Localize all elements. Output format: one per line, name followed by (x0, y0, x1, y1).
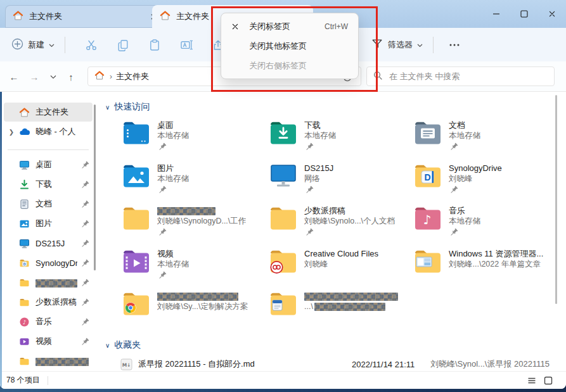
filter-button[interactable]: 筛选器 (371, 37, 423, 52)
sidebar-item-晓峰 - 个人[interactable]: ❯晓峰 - 个人 (4, 122, 93, 141)
rename-button[interactable] (170, 34, 202, 56)
quick-access-tile-censored-6[interactable]: 刘晓峰\SynologyD...\工作 (122, 205, 269, 248)
tile-path: 本地存储 (304, 130, 336, 141)
menu-item-0[interactable]: 关闭标签页Ctrl+W (221, 16, 358, 36)
menu-item-1[interactable]: 关闭其他标签页 (221, 36, 358, 56)
recent-locations-chevron[interactable] (46, 69, 61, 84)
pin-icon (449, 227, 480, 237)
quick-access-tile-下载[interactable]: 下载本地存储 (269, 119, 413, 162)
sidebar-item-censored[interactable] (4, 273, 93, 292)
breadcrumb: 主文件夹 (116, 71, 149, 82)
sidebar-item-音乐[interactable]: ♪音乐 (4, 312, 93, 331)
sidebar-item-label: 音乐 (35, 316, 77, 327)
quick-access-tile-Windows 11 资源管理器...[interactable]: Windows 11 资源管理器...刘晓峰...\2022 年单篇文章 (413, 248, 548, 291)
forward-button[interactable]: → (27, 69, 42, 84)
folder-documents-icon (413, 119, 442, 148)
sidebar-item-桌面[interactable]: 桌面 (4, 155, 93, 174)
sidebar-item-label: 下载 (35, 179, 77, 190)
toolbar-divider (65, 37, 65, 53)
network-icon (19, 238, 30, 249)
sidebar-item-视频[interactable]: 视频 (4, 332, 93, 351)
folder-music-icon: ♪ (413, 205, 442, 234)
pin-icon (449, 142, 480, 151)
pin-icon (157, 185, 189, 194)
tile-name: 音乐 (449, 205, 480, 216)
window-left-edge (0, 92, 2, 389)
sidebar-item-label: 少数派撰稿 (35, 296, 77, 308)
menu-shortcut: Ctrl+W (325, 22, 348, 31)
paste-button[interactable] (139, 34, 170, 56)
close-button[interactable] (538, 0, 566, 28)
svg-text:D: D (424, 172, 430, 182)
sidebar-item-censored[interactable] (4, 351, 93, 370)
sidebar-item-label (35, 277, 77, 287)
maximize-button[interactable] (510, 0, 538, 28)
file-path: 刘晓峰\Synol...\派早报 20221115 (430, 358, 550, 370)
quick-access-tile-censored-13[interactable]: ...\ (269, 290, 413, 333)
quick-access-tile-图片[interactable]: 图片本地存储 (122, 162, 269, 205)
sidebar-item-图片[interactable]: 图片 (4, 214, 93, 233)
content-scrollbar[interactable] (555, 95, 557, 304)
sidebar-item-主文件夹[interactable]: 主文件夹 (4, 103, 93, 122)
pin-icon (80, 160, 89, 169)
tile-path: 刘晓峰\SynologyD...\工作 (157, 216, 246, 227)
new-button[interactable]: 新建 (11, 38, 55, 52)
quick-access-tile-音乐[interactable]: ♪音乐本地存储 (413, 205, 548, 248)
tile-name (157, 205, 246, 216)
sidebar-item-少数派撰稿[interactable]: 少数派撰稿 (4, 293, 93, 312)
sidebar-item-label: 视频 (35, 336, 77, 347)
search-box[interactable] (366, 66, 555, 86)
cut-button[interactable] (75, 34, 107, 56)
back-button[interactable]: ← (6, 69, 22, 84)
quick-access-header[interactable]: ∨ 快速访问 (105, 101, 150, 113)
sidebar-item-文档[interactable]: 文档 (4, 194, 93, 213)
chevron-down-icon (417, 40, 423, 49)
folder-icon (19, 277, 30, 288)
item-count: 78 个项目 (6, 375, 40, 386)
quick-access-tile-文档[interactable]: 文档本地存储 (413, 119, 548, 162)
more-options-button[interactable] (444, 34, 465, 56)
sidebar-item-label: 图片 (35, 218, 77, 229)
svg-text:♪: ♪ (423, 212, 432, 227)
quick-access-tile-DS215J[interactable]: DS215J网络 (269, 162, 413, 205)
tile-name: Creative Cloud Files (304, 248, 378, 259)
close-icon (231, 23, 249, 30)
tile-name (304, 291, 398, 301)
tile-text: 刘晓峰\SynologyD...\工作 (157, 205, 246, 248)
copy-button[interactable] (107, 34, 139, 56)
censored-text (157, 293, 238, 301)
tile-path: 本地存储 (157, 174, 189, 184)
quick-access-tile-SynologyDrive[interactable]: D SynologyDrive刘晓峰 (413, 162, 548, 205)
list-view-button[interactable] (525, 374, 538, 387)
filter-label: 筛选器 (388, 39, 413, 51)
quick-access-grid: 桌面本地存储 下载本地存储 文档本地存储 图片本地存储 DS215J网络 D S… (122, 119, 548, 333)
search-input[interactable] (388, 71, 548, 82)
icon-view-button[interactable] (542, 374, 555, 387)
status-bar: 78 个项目 (0, 371, 566, 389)
tab-home-1[interactable]: 主文件夹 (5, 5, 165, 28)
quick-access-tile-censored-12[interactable]: 刘晓峰\Sy...\定制解决方案 (122, 290, 269, 333)
quick-access-tile-Creative Cloud Files[interactable]: Creative Cloud Files刘晓峰 (269, 248, 413, 291)
sidebar-item-DS215J[interactable]: DS215J (4, 234, 93, 253)
sidebar-item-SynologyDr[interactable]: DSynologyDr (4, 253, 93, 272)
tile-path: 网络 (304, 174, 333, 184)
tile-path: 本地存储 (157, 130, 189, 141)
up-button[interactable]: ↑ (63, 69, 79, 84)
pin-icon (304, 227, 395, 237)
status-divider (48, 376, 48, 385)
tile-path: 本地存储 (449, 130, 480, 141)
tile-name (157, 291, 248, 301)
pin-icon (80, 199, 89, 208)
favorite-file-row[interactable]: M↓ 派早报 20221115 - 自拟部分.md 2022/11/14 21:… (120, 357, 553, 372)
minimize-button[interactable] (482, 0, 510, 28)
expand-chevron-icon[interactable]: ❯ (4, 129, 19, 136)
pin-icon (157, 142, 189, 151)
tile-path: 刘晓峰 (449, 174, 502, 184)
sidebar-scrollbar[interactable] (94, 104, 96, 270)
quick-access-tile-桌面[interactable]: 桌面本地存储 (122, 119, 269, 162)
favorites-header[interactable]: ∨ 收藏夹 (105, 339, 141, 351)
quick-access-tile-视频[interactable]: 视频本地存储 (122, 248, 269, 291)
sidebar-item-下载[interactable]: 下载 (4, 175, 93, 194)
chevron-down-icon: ∨ (105, 104, 110, 111)
quick-access-tile-少数派撰稿[interactable]: 少数派撰稿刘晓峰\Synolo...\个人文档 (269, 205, 413, 248)
